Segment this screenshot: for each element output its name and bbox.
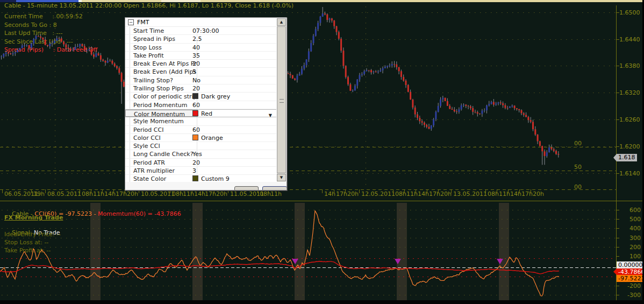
candle: [498, 102, 499, 103]
candle: [70, 48, 71, 50]
dialog-row[interactable]: Take Profit35: [125, 52, 276, 60]
candle: [546, 152, 548, 156]
candle: [421, 121, 423, 123]
candle: [333, 20, 335, 26]
candle: [306, 60, 307, 65]
dialog-row-value: No: [189, 76, 276, 84]
dialog-row[interactable]: Style CCI: [125, 142, 276, 150]
candle: [47, 45, 48, 46]
candle: [465, 105, 467, 106]
candle: [65, 45, 67, 48]
candle: [329, 18, 331, 20]
dialog-row[interactable]: Break Even At Pips Profit20: [125, 60, 276, 68]
sell-signal-triangle-icon: [292, 259, 298, 264]
dialog-row[interactable]: State ColorCustom 9: [125, 175, 276, 182]
candle: [109, 61, 111, 61]
dialog-row[interactable]: Period ATR20: [125, 159, 276, 167]
candle: [475, 112, 476, 112]
dialog-bottom-button-right[interactable]: [262, 186, 287, 190]
dialog-row-value: 60: [189, 126, 276, 133]
candle: [373, 72, 374, 72]
candle: [530, 120, 532, 122]
dialog-scrollbar[interactable]: ▲ ▼: [277, 18, 286, 182]
dialog-row[interactable]: ATR multiplier3: [125, 167, 276, 175]
candle: [86, 50, 88, 51]
candle: [322, 13, 324, 17]
candle: [553, 149, 555, 151]
dialog-row-label: Color Momentum: [125, 110, 198, 117]
candle: [35, 36, 37, 39]
candle: [544, 151, 546, 156]
scrollbar-thumb[interactable]: [277, 26, 286, 173]
candle: [380, 70, 381, 72]
fmt-properties-dialog[interactable]: − FMT Start Time07:30:00Spread in Pips2.…: [125, 17, 287, 190]
indicator-value-tag: 0.00000: [617, 261, 644, 268]
dialog-row[interactable]: Period Momentum60: [125, 101, 276, 109]
candle: [452, 109, 453, 109]
candle: [356, 80, 358, 86]
candle: [8, 53, 9, 54]
sell-signal-triangle-icon: [395, 259, 401, 264]
candle: [290, 74, 291, 75]
candle: [454, 110, 455, 111]
dialog-row[interactable]: Period CCI60: [125, 126, 276, 134]
candle: [26, 45, 27, 46]
candle: [504, 105, 506, 108]
candle: [468, 106, 469, 107]
dialog-row-value: 20: [189, 84, 276, 92]
candle: [352, 90, 354, 91]
scrollbar-up-icon[interactable]: ▲: [277, 18, 286, 26]
dialog-row-label: Trailing Stop Pips: [125, 84, 197, 92]
dialog-row[interactable]: Color of periodic stripesDark grey: [125, 93, 276, 101]
candle: [24, 45, 25, 46]
candle: [45, 40, 46, 45]
candle: [550, 147, 552, 149]
candle: [491, 102, 492, 104]
scrollbar-down-icon[interactable]: ▼: [277, 174, 286, 181]
dialog-row[interactable]: Color CCIOrange: [125, 134, 276, 142]
dialog-row[interactable]: Start Time07:30:00: [125, 27, 276, 35]
candle: [534, 129, 536, 135]
candle: [366, 70, 367, 71]
candle: [336, 26, 338, 32]
tag-arrow-icon: [613, 154, 617, 161]
dialog-row[interactable]: Break Even (Add Pips)5: [125, 68, 276, 76]
candle: [548, 147, 550, 152]
candle: [359, 75, 361, 79]
candle: [315, 29, 317, 36]
dialog-bottom-button-left[interactable]: [234, 186, 259, 190]
dialog-row[interactable]: Long Candle Check?Yes: [125, 150, 276, 158]
candle: [287, 73, 289, 74]
collapse-icon[interactable]: −: [128, 19, 134, 25]
dialog-row-value: 2.5: [189, 35, 276, 43]
candle: [299, 74, 300, 75]
dialog-row[interactable]: Stop Loss40: [125, 44, 276, 52]
candle: [31, 44, 32, 48]
trading-app-screen: Cable - 15-minute 13.05.2011 22:00:00 Op…: [0, 0, 644, 304]
candle: [486, 105, 488, 110]
dialog-row-label: Period CCI: [125, 126, 197, 133]
candle: [407, 85, 409, 92]
dialog-row[interactable]: Spread in Pips2.5: [125, 35, 276, 43]
candle: [445, 98, 446, 101]
dialog-header[interactable]: − FMT: [125, 18, 276, 27]
dialog-row[interactable]: Trailing Stop Pips20: [125, 84, 276, 93]
candle: [511, 105, 513, 107]
dialog-row-label: Period ATR: [125, 159, 197, 166]
candle: [509, 107, 511, 108]
candle: [389, 66, 390, 66]
candle: [310, 43, 312, 51]
candle: [477, 112, 478, 114]
candlestick-chart[interactable]: [0, 0, 644, 304]
dialog-row[interactable]: Style Momentum: [125, 117, 276, 125]
candle: [361, 74, 363, 75]
candle: [428, 127, 430, 129]
dialog-row-value: Yes: [189, 150, 276, 158]
dialog-row-value: 5: [189, 68, 276, 75]
dialog-row[interactable]: Trailing Stop?No: [125, 76, 276, 84]
candle: [440, 100, 441, 106]
dialog-row[interactable]: Color MomentumRed▼: [125, 109, 276, 117]
tag-arrow-icon: [613, 268, 617, 275]
candle: [377, 72, 379, 72]
candle: [391, 64, 393, 66]
